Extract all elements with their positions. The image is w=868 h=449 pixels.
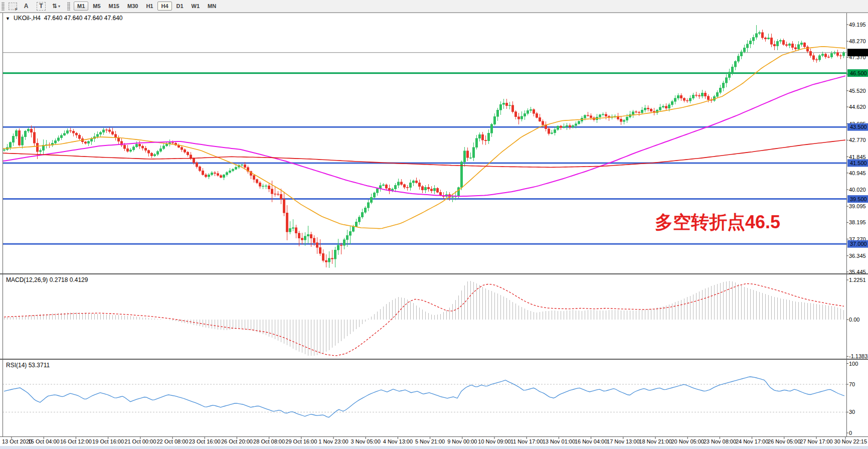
svg-text:16 Oct 12:00: 16 Oct 12:00 [60,438,92,444]
statusbar-strip [0,446,868,449]
timeframe-button-mn[interactable]: MN [204,2,220,11]
macd-indicator-label: MACD(12,26,9) 0.2718 0.4129 [6,276,88,283]
ma-fast-line [3,47,845,229]
svg-text:43.500: 43.500 [850,124,867,130]
svg-text:11 Nov 17:00: 11 Nov 17:00 [510,438,543,444]
svg-text:37.000: 37.000 [850,241,867,247]
svg-text:23 Nov 08:00: 23 Nov 08:00 [704,438,736,444]
svg-text:30 Nov 22:15: 30 Nov 22:15 [834,438,867,444]
svg-text:9 Nov 00:00: 9 Nov 00:00 [447,438,477,444]
timeframe-button-h4[interactable]: H4 [157,2,171,11]
svg-text:22 Oct 08:00: 22 Oct 08:00 [157,438,189,444]
svg-text:47.640: 47.640 [850,50,867,56]
timeframe-button-group: M1M5M15M30H1H4D1W1MN [73,2,220,11]
ma-mid-line [3,76,845,196]
svg-text:24 Nov 17:00: 24 Nov 17:00 [736,438,768,444]
svg-text:41.500: 41.500 [850,160,867,166]
chart-menu-caret-icon[interactable]: ▼ [6,16,10,21]
toolbar-grip-2[interactable] [67,2,70,11]
dropdown-caret-icon[interactable]: ▾ [58,4,60,9]
rsi-indicator-label: RSI(14) 53.3711 [6,362,50,369]
frame-f-icon[interactable]: F [9,2,19,11]
svg-text:27 Nov 17:00: 27 Nov 17:00 [800,438,832,444]
rsi-pane-layer [3,377,846,417]
svg-text:38.195: 38.195 [849,219,866,225]
timeframe-button-d1[interactable]: D1 [173,2,187,11]
svg-text:40.020: 40.020 [849,187,866,193]
svg-text:36.345: 36.345 [849,253,866,259]
svg-text:16 Nov 04:00: 16 Nov 04:00 [575,438,607,444]
svg-text:1.2251: 1.2251 [849,277,866,283]
svg-text:13 Nov 01:00: 13 Nov 01:00 [543,438,575,444]
svg-text:5 Nov 21:00: 5 Nov 21:00 [415,438,445,444]
svg-text:23 Oct 16:00: 23 Oct 16:00 [189,438,221,444]
svg-text:19 Oct 16:00: 19 Oct 16:00 [92,438,124,444]
svg-text:48.270: 48.270 [849,38,866,44]
timeframe-button-h1[interactable]: H1 [142,2,156,11]
svg-text:39.500: 39.500 [850,196,867,202]
svg-text:17 Nov 13:00: 17 Nov 13:00 [607,438,639,444]
svg-text:15 Oct 04:00: 15 Oct 04:00 [28,438,60,444]
svg-text:-1.1383: -1.1383 [849,353,867,359]
chart-title: UKOil-,H4 47.640 47.640 47.640 47.640 [14,15,123,22]
svg-text:39.095: 39.095 [849,203,866,209]
timeframe-button-m30[interactable]: M30 [124,2,141,11]
svg-text:41.845: 41.845 [849,154,866,160]
label-tool-icon[interactable]: A [21,2,31,11]
timeframe-button-m15[interactable]: M15 [105,2,123,11]
svg-text:26 Nov 05:00: 26 Nov 05:00 [768,438,800,444]
svg-text:40.945: 40.945 [849,170,866,176]
text-tool-icon[interactable]: T [36,2,46,11]
macd-signal-line [4,283,844,356]
svg-text:29 Oct 16:00: 29 Oct 16:00 [285,438,317,444]
svg-text:0: 0 [849,430,852,436]
moving-averages-layer [3,47,845,229]
timeframe-button-m1[interactable]: M1 [74,2,88,11]
svg-text:44.620: 44.620 [849,104,866,110]
svg-text:1 Nov 23:00: 1 Nov 23:00 [318,438,348,444]
mt4-chart-window: F A T ⇅▾ M1M5M15M30H1H4D1W1MN 49.19548.2… [0,0,868,449]
arrow-styles-icon[interactable]: ⇅▾ [51,2,61,11]
svg-text:28 Oct 08:00: 28 Oct 08:00 [253,438,285,444]
price-axis-labels: 49.19548.27047.37046.44545.52044.62043.6… [846,22,868,436]
timeframe-button-m5[interactable]: M5 [89,2,104,11]
svg-text:4 Nov 13:00: 4 Nov 13:00 [383,438,413,444]
chart-canvas[interactable]: 49.19548.27047.37046.44545.52044.62043.6… [0,0,868,449]
text-annotation[interactable]: 多空转折点46.5 [655,212,780,232]
timeframe-button-w1[interactable]: W1 [188,2,204,11]
svg-text:21 Oct 00:00: 21 Oct 00:00 [124,438,156,444]
svg-text:35.445: 35.445 [849,269,866,275]
toolbar: F A T ⇅▾ M1M5M15M30H1H4D1W1MN [0,0,868,13]
svg-text:100: 100 [849,361,858,367]
svg-text:42.770: 42.770 [849,137,866,143]
svg-text:20 Nov 05:00: 20 Nov 05:00 [671,438,704,444]
svg-text:0.00: 0.00 [849,317,859,323]
svg-text:30: 30 [849,409,855,415]
svg-text:49.195: 49.195 [849,22,866,28]
toolbar-grip[interactable] [2,2,5,11]
svg-text:26 Oct 20:00: 26 Oct 20:00 [221,438,253,444]
time-axis-labels: 13 Oct 202015 Oct 04:0016 Oct 12:0019 Oc… [2,437,867,444]
svg-text:46.500: 46.500 [850,70,867,76]
svg-text:18 Nov 21:00: 18 Nov 21:00 [639,438,671,444]
svg-text:3 Nov 05:00: 3 Nov 05:00 [351,438,381,444]
svg-text:45.520: 45.520 [849,88,866,94]
macd-pane-layer [4,281,844,356]
svg-text:70: 70 [849,381,855,387]
rsi-value-line [4,377,844,417]
svg-text:10 Nov 09:00: 10 Nov 09:00 [478,438,510,444]
